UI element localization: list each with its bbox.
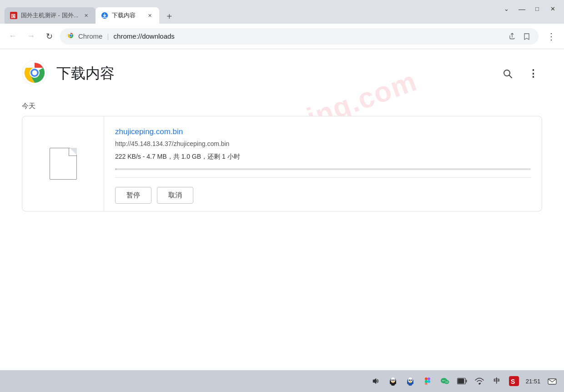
- tab-title-2: 下载内容: [112, 11, 142, 20]
- svg-point-39: [447, 382, 448, 382]
- pause-button[interactable]: 暂停: [115, 187, 151, 204]
- page-header: 下载内容 ⋮: [22, 49, 542, 95]
- svg-point-43: [478, 383, 480, 385]
- wechat-icon[interactable]: [438, 375, 451, 387]
- tab-inactive-1[interactable]: 国 国外主机测评 - 国外... ✕: [5, 7, 96, 24]
- svg-point-24: [411, 380, 412, 381]
- svg-point-32: [428, 380, 430, 383]
- svg-point-15: [392, 382, 394, 383]
- svg-rect-41: [458, 379, 464, 384]
- progress-bar: [115, 168, 117, 170]
- download-filename[interactable]: zhujiceping.com.bin: [115, 127, 531, 136]
- chrome-icon-small: [66, 31, 75, 41]
- page-content: zhujiceping.com: [0, 49, 564, 370]
- svg-point-23: [409, 380, 410, 381]
- taskbar-time: 21:51: [525, 378, 541, 385]
- address-text: Chrome | chrome://downloads: [78, 32, 503, 40]
- more-options-button[interactable]: ⋮: [524, 65, 542, 83]
- download-info: zhujiceping.com.bin http://45.148.134.37…: [104, 116, 542, 211]
- section-today-label: 今天: [22, 102, 542, 111]
- svg-point-5: [70, 35, 72, 37]
- svg-rect-29: [425, 377, 428, 380]
- close-button[interactable]: ✕: [549, 5, 557, 13]
- progress-bar-container: [115, 168, 531, 170]
- speaker-icon[interactable]: [369, 375, 382, 387]
- svg-point-35: [443, 380, 443, 381]
- svg-rect-31: [425, 380, 428, 383]
- chevron-down-icon[interactable]: ⌄: [502, 5, 510, 13]
- svg-rect-33: [425, 383, 428, 385]
- taskbar: 中 S 21:51: [0, 370, 564, 392]
- restore-button[interactable]: □: [533, 5, 541, 13]
- browser-menu-button[interactable]: ⋮: [544, 29, 559, 44]
- download-progress-text: 222 KB/s - 4.7 MB，共 1.0 GB，还剩 1 小时: [115, 153, 531, 161]
- address-url: chrome://downloads: [114, 32, 175, 40]
- dl-divider: [115, 177, 531, 178]
- svg-point-20: [393, 380, 394, 380]
- tab-active-2[interactable]: 下载内容 ✕: [96, 7, 159, 24]
- svg-text:国: 国: [11, 14, 15, 19]
- svg-point-9: [32, 70, 37, 75]
- svg-point-28: [408, 384, 412, 386]
- cancel-button[interactable]: 取消: [157, 187, 193, 204]
- page-header-right: ⋮: [499, 65, 542, 83]
- bookmark-icon[interactable]: [521, 31, 532, 42]
- svg-point-27: [412, 382, 413, 384]
- search-button[interactable]: [499, 65, 517, 83]
- page-title: 下载内容: [56, 64, 115, 84]
- tab-title-1: 国外主机测评 - 国外...: [21, 11, 78, 20]
- svg-rect-30: [428, 377, 430, 380]
- forward-button[interactable]: →: [24, 29, 38, 44]
- back-button[interactable]: ←: [5, 29, 20, 44]
- address-proto: Chrome: [78, 32, 102, 40]
- svg-point-25: [409, 382, 412, 383]
- svg-point-16: [390, 382, 392, 384]
- battery-icon[interactable]: [456, 375, 468, 387]
- download-url: http://45.148.134.37/zhujiceping.com.bin: [115, 140, 531, 147]
- svg-point-38: [446, 382, 447, 382]
- chrome-logo-large: [22, 60, 47, 87]
- file-icon-corner: [70, 148, 77, 155]
- wifi-icon[interactable]: [473, 375, 486, 387]
- address-icons: [507, 31, 532, 42]
- download-card: zhujiceping.com.bin http://45.148.134.37…: [22, 116, 542, 211]
- address-bar[interactable]: Chrome | chrome://downloads: [60, 28, 539, 45]
- browser-window: ⌄ — □ ✕ 国 国外主机测评 - 国外... ✕: [0, 0, 564, 392]
- share-icon[interactable]: [507, 31, 518, 42]
- figma-icon[interactable]: [421, 375, 434, 387]
- svg-text:S: S: [511, 378, 515, 385]
- tab-close-1[interactable]: ✕: [82, 11, 90, 20]
- input-method-icon[interactable]: 中: [490, 375, 503, 387]
- tab-favicon-1: 国: [10, 12, 17, 19]
- qq-icon-1[interactable]: [387, 375, 399, 387]
- svg-point-19: [392, 380, 392, 380]
- title-bar: ⌄ — □ ✕ 国 国外主机测评 - 国外... ✕: [0, 0, 564, 24]
- tab-favicon-2: [101, 12, 108, 19]
- page-header-left: 下载内容: [22, 60, 115, 87]
- svg-point-17: [394, 382, 396, 384]
- svg-point-37: [444, 380, 449, 384]
- notification-icon[interactable]: [546, 375, 559, 387]
- nav-bar: ← → ↻ Chrome | chrome://downloads: [0, 24, 564, 49]
- dl-actions: 暂停 取消: [115, 187, 531, 204]
- minimize-button[interactable]: —: [518, 5, 526, 13]
- reload-button[interactable]: ↻: [42, 29, 56, 44]
- tab-bar: 国 国外主机测评 - 国外... ✕ 下载内容 ✕ +: [0, 7, 177, 24]
- sogou-icon[interactable]: S: [508, 375, 520, 387]
- svg-point-18: [391, 384, 395, 386]
- file-icon: [50, 148, 77, 180]
- tab-close-2[interactable]: ✕: [146, 11, 154, 20]
- svg-rect-42: [466, 380, 467, 382]
- window-controls: ⌄ — □ ✕: [502, 5, 557, 13]
- svg-point-26: [407, 382, 409, 384]
- new-tab-button[interactable]: +: [161, 9, 177, 24]
- file-icon-area: [22, 116, 104, 211]
- address-separator: |: [107, 32, 109, 40]
- qq-icon-2[interactable]: [404, 375, 417, 387]
